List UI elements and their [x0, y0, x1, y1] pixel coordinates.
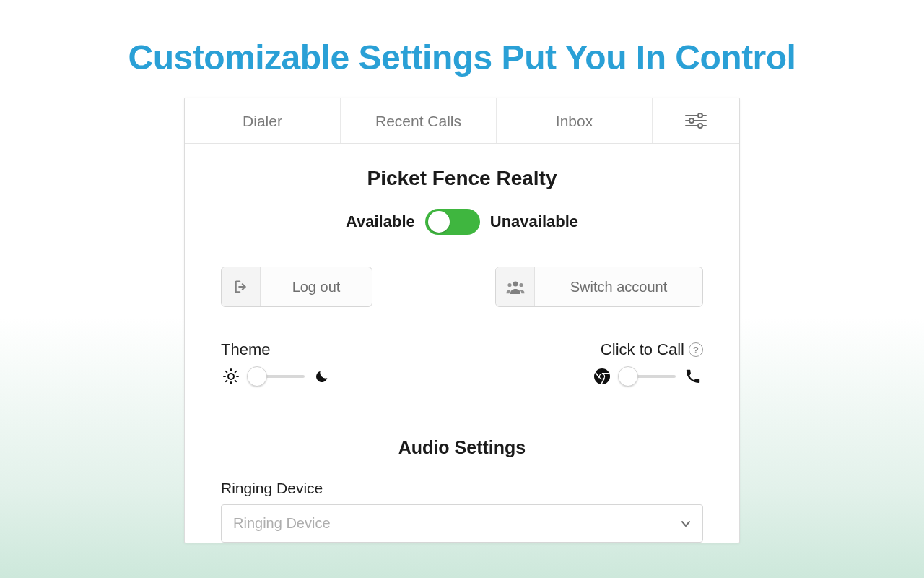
- switch-account-label: Switch account: [535, 279, 702, 296]
- click-to-call-group: Click to Call ?: [537, 340, 703, 387]
- account-buttons: Log out Switch account: [221, 267, 703, 307]
- logout-label: Log out: [261, 279, 372, 296]
- theme-label: Theme: [221, 340, 387, 359]
- toggle-knob: [428, 211, 450, 233]
- click-to-call-label-row: Click to Call ?: [537, 340, 703, 359]
- click-to-call-slider[interactable]: [537, 366, 703, 387]
- tab-recent-calls[interactable]: Recent Calls: [341, 98, 497, 143]
- chevron-down-icon: [681, 520, 691, 527]
- phone-icon: [683, 366, 703, 387]
- svg-point-9: [228, 374, 234, 379]
- ringing-device-select[interactable]: Ringing Device: [221, 504, 703, 543]
- tab-inbox[interactable]: Inbox: [497, 98, 653, 143]
- unavailable-label: Unavailable: [490, 212, 578, 231]
- svg-line-14: [226, 371, 227, 372]
- svg-point-6: [513, 282, 518, 287]
- click-to-call-label: Click to Call: [601, 340, 684, 359]
- org-name: Picket Fence Realty: [221, 167, 703, 190]
- svg-line-17: [235, 371, 236, 372]
- tab-settings[interactable]: [653, 98, 739, 143]
- availability-toggle[interactable]: [425, 209, 480, 235]
- svg-point-3: [689, 118, 694, 123]
- slider-row: Theme: [221, 340, 703, 387]
- click-to-call-knob: [618, 366, 638, 387]
- moon-icon: [312, 366, 332, 387]
- switch-account-button[interactable]: Switch account: [495, 267, 703, 307]
- logout-button[interactable]: Log out: [221, 267, 372, 307]
- chrome-icon: [592, 366, 612, 387]
- users-icon: [496, 267, 535, 306]
- theme-group: Theme: [221, 340, 387, 387]
- logout-icon: [222, 267, 261, 306]
- audio-settings-title: Audio Settings: [221, 437, 703, 458]
- available-label: Available: [346, 212, 415, 231]
- svg-point-1: [698, 113, 702, 118]
- click-to-call-track: [619, 375, 676, 378]
- sliders-icon: [684, 112, 707, 129]
- page-headline: Customizable Settings Put You In Control: [128, 38, 796, 77]
- sun-icon: [221, 366, 241, 387]
- ringing-device-label: Ringing Device: [221, 480, 703, 497]
- theme-slider[interactable]: [221, 366, 387, 387]
- svg-point-8: [519, 283, 523, 287]
- svg-line-16: [226, 381, 227, 381]
- settings-panel: Dialer Recent Calls Inbox Picket Fence R…: [184, 98, 740, 543]
- theme-track: [248, 375, 305, 378]
- svg-point-5: [698, 124, 702, 128]
- availability-row: Available Unavailable: [221, 209, 703, 235]
- tab-bar: Dialer Recent Calls Inbox: [185, 98, 739, 144]
- theme-knob: [247, 366, 267, 387]
- tab-dialer[interactable]: Dialer: [185, 98, 341, 143]
- panel-content: Picket Fence Realty Available Unavailabl…: [185, 144, 739, 543]
- help-icon[interactable]: ?: [689, 342, 703, 357]
- svg-point-20: [600, 374, 604, 379]
- ringing-device-placeholder: Ringing Device: [233, 515, 331, 532]
- svg-point-7: [507, 283, 511, 287]
- svg-line-15: [235, 381, 236, 381]
